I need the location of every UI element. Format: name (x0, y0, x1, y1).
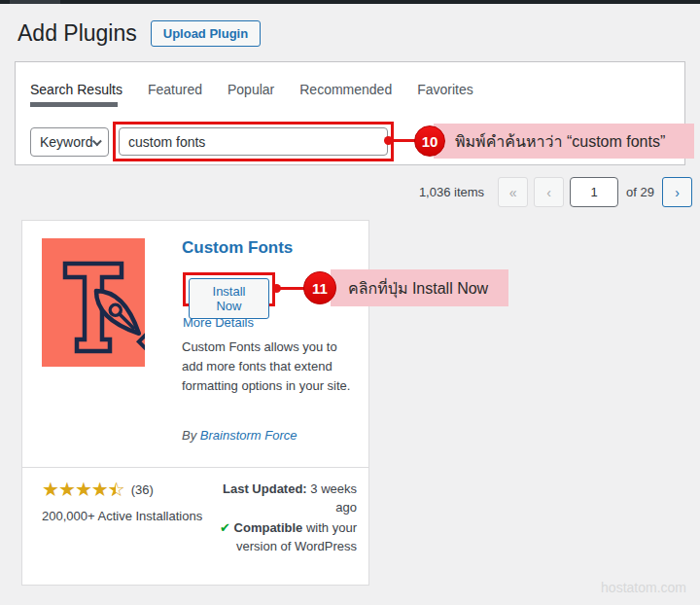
author-link[interactable]: Brainstorm Force (200, 428, 298, 443)
keyword-filter-select[interactable]: Keyword (30, 127, 109, 157)
active-tab-underline (30, 102, 118, 107)
first-page-button[interactable]: « (498, 177, 528, 207)
page-title: Add Plugins (18, 19, 137, 48)
check-icon: ✔ (220, 520, 230, 535)
upload-plugin-button[interactable]: Upload Plugin (151, 20, 261, 47)
author-prefix: By (182, 428, 200, 443)
admin-top-bar (0, 0, 700, 4)
compat-bold: Compatible (234, 520, 303, 535)
star-icon: ★ (58, 479, 75, 500)
star-icon: ★ (75, 479, 91, 500)
tab-search-results[interactable]: Search Results (30, 82, 122, 97)
annotation-step-number-10: 10 (414, 125, 445, 157)
custom-fonts-plugin-icon (42, 238, 145, 367)
compatibility: ✔ Compatible with your version of WordPr… (209, 518, 357, 555)
prev-page-button[interactable]: ‹ (534, 177, 564, 207)
current-page-input[interactable] (570, 177, 618, 207)
annotation-label-step11: คลิกที่ปุ่ม Install Now (331, 269, 508, 306)
next-page-button[interactable]: › (662, 177, 692, 207)
rating-count: (36) (131, 482, 154, 497)
watermark: hostatom.com (601, 580, 686, 595)
plugin-description: Custom Fonts allows you to add more font… (182, 338, 357, 396)
last-updated-value: 3 weeks ago (307, 481, 357, 515)
last-updated-label: Last Updated: (223, 481, 307, 496)
annotation-box-search (113, 122, 394, 161)
more-details-link[interactable]: More Details (183, 315, 254, 330)
page-header: Add Plugins Upload Plugin (18, 19, 261, 48)
keyword-select-label: Keyword (40, 134, 92, 150)
star-rating: ★★★★★☆ (42, 479, 124, 500)
annotation-step-number-11: 11 (303, 271, 336, 304)
tab-recommended[interactable]: Recommended (299, 82, 392, 97)
annotation-label-step10: พิมพ์คำค้นหาว่า “custom fonts” (434, 124, 694, 159)
admin-bar-segment (10, 0, 60, 4)
plugin-author: By Brainstorm Force (182, 428, 298, 443)
rating-row: ★★★★★☆ (36) (42, 479, 154, 500)
search-input[interactable] (119, 127, 388, 156)
items-count: 1,036 items (419, 185, 484, 199)
tab-favorites[interactable]: Favorites (417, 82, 473, 97)
plugin-title-link[interactable]: Custom Fonts (182, 238, 293, 258)
star-icon: ★☆ (108, 479, 124, 500)
pagination: 1,036 items « ‹ of 29 › (419, 177, 692, 207)
annotation-text-step10: พิมพ์คำค้นหาว่า “custom fonts” (455, 129, 665, 154)
active-installs: 200,000+ Active Installations (42, 509, 202, 523)
annotation-text-step11: คลิกที่ปุ่ม Install Now (348, 276, 488, 301)
star-icon: ★ (91, 479, 108, 500)
tab-popular[interactable]: Popular (228, 82, 274, 97)
tab-bar: Search Results Featured Popular Recommen… (30, 82, 473, 97)
plugin-meta: Last Updated: 3 weeks ago ✔ Compatible w… (209, 480, 357, 555)
last-updated: Last Updated: 3 weeks ago (209, 480, 357, 516)
star-icon: ★ (42, 479, 58, 500)
total-pages-label: of 29 (626, 185, 654, 199)
tab-featured[interactable]: Featured (148, 82, 202, 97)
install-now-button[interactable]: Install Now (189, 278, 269, 319)
annotation-box-install: Install Now (183, 272, 275, 306)
chevron-down-icon (92, 136, 102, 146)
annotation-connector-line-10 (388, 139, 417, 142)
card-footer: ★★★★★☆ (36) 200,000+ Active Installation… (22, 467, 368, 585)
